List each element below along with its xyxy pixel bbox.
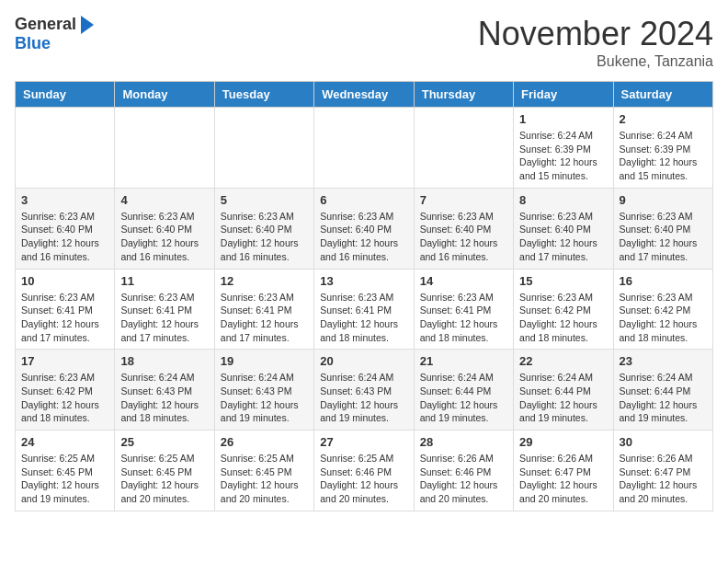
calendar-body: 1Sunrise: 6:24 AM Sunset: 6:39 PM Daylig… bbox=[16, 108, 713, 511]
day-info: Sunrise: 6:24 AM Sunset: 6:39 PM Dayligh… bbox=[620, 129, 707, 183]
calendar-cell: 9Sunrise: 6:23 AM Sunset: 6:40 PM Daylig… bbox=[613, 188, 712, 269]
day-info: Sunrise: 6:24 AM Sunset: 6:43 PM Dayligh… bbox=[120, 371, 208, 425]
calendar-cell: 16Sunrise: 6:23 AM Sunset: 6:42 PM Dayli… bbox=[613, 269, 712, 350]
calendar-cell: 23Sunrise: 6:24 AM Sunset: 6:44 PM Dayli… bbox=[613, 350, 712, 431]
calendar-cell: 12Sunrise: 6:23 AM Sunset: 6:41 PM Dayli… bbox=[214, 269, 313, 350]
day-number: 3 bbox=[21, 193, 108, 207]
day-info: Sunrise: 6:25 AM Sunset: 6:45 PM Dayligh… bbox=[120, 452, 208, 506]
calendar-cell: 1Sunrise: 6:24 AM Sunset: 6:39 PM Daylig… bbox=[514, 108, 613, 189]
day-number: 23 bbox=[620, 354, 707, 368]
day-number: 4 bbox=[120, 193, 208, 207]
calendar-cell bbox=[414, 108, 513, 189]
calendar-cell: 15Sunrise: 6:23 AM Sunset: 6:42 PM Dayli… bbox=[514, 269, 613, 350]
day-number: 19 bbox=[221, 354, 308, 368]
calendar-cell: 4Sunrise: 6:23 AM Sunset: 6:40 PM Daylig… bbox=[115, 188, 214, 269]
calendar-cell: 29Sunrise: 6:26 AM Sunset: 6:47 PM Dayli… bbox=[514, 431, 613, 511]
calendar-cell: 3Sunrise: 6:23 AM Sunset: 6:40 PM Daylig… bbox=[16, 188, 115, 269]
calendar-header-friday: Friday bbox=[514, 82, 613, 108]
calendar-header-sunday: Sunday bbox=[16, 82, 115, 108]
day-info: Sunrise: 6:26 AM Sunset: 6:47 PM Dayligh… bbox=[519, 452, 607, 506]
day-info: Sunrise: 6:23 AM Sunset: 6:42 PM Dayligh… bbox=[21, 371, 108, 425]
day-info: Sunrise: 6:24 AM Sunset: 6:44 PM Dayligh… bbox=[420, 371, 507, 425]
day-info: Sunrise: 6:23 AM Sunset: 6:41 PM Dayligh… bbox=[420, 291, 507, 345]
day-info: Sunrise: 6:24 AM Sunset: 6:43 PM Dayligh… bbox=[221, 371, 308, 425]
day-number: 13 bbox=[320, 274, 407, 288]
day-info: Sunrise: 6:23 AM Sunset: 6:40 PM Dayligh… bbox=[519, 210, 607, 264]
calendar-cell: 17Sunrise: 6:23 AM Sunset: 6:42 PM Dayli… bbox=[16, 350, 115, 431]
day-info: Sunrise: 6:24 AM Sunset: 6:44 PM Dayligh… bbox=[519, 371, 607, 425]
calendar-header-row: SundayMondayTuesdayWednesdayThursdayFrid… bbox=[16, 82, 713, 108]
calendar-cell: 30Sunrise: 6:26 AM Sunset: 6:47 PM Dayli… bbox=[613, 431, 712, 511]
calendar-cell bbox=[314, 108, 414, 189]
day-number: 10 bbox=[21, 274, 108, 288]
calendar-cell: 22Sunrise: 6:24 AM Sunset: 6:44 PM Dayli… bbox=[514, 350, 613, 431]
calendar-header-monday: Monday bbox=[115, 82, 214, 108]
day-info: Sunrise: 6:26 AM Sunset: 6:46 PM Dayligh… bbox=[420, 452, 507, 506]
day-number: 27 bbox=[320, 435, 407, 449]
calendar-week-row: 3Sunrise: 6:23 AM Sunset: 6:40 PM Daylig… bbox=[16, 188, 713, 269]
day-number: 17 bbox=[21, 354, 108, 368]
day-info: Sunrise: 6:23 AM Sunset: 6:40 PM Dayligh… bbox=[21, 210, 108, 264]
day-info: Sunrise: 6:23 AM Sunset: 6:41 PM Dayligh… bbox=[221, 291, 308, 345]
day-number: 5 bbox=[221, 193, 308, 207]
day-number: 20 bbox=[320, 354, 407, 368]
day-number: 6 bbox=[320, 193, 407, 207]
logo-general-text: General bbox=[15, 15, 76, 34]
day-number: 16 bbox=[620, 274, 707, 288]
calendar-cell: 14Sunrise: 6:23 AM Sunset: 6:41 PM Dayli… bbox=[414, 269, 513, 350]
calendar-cell: 21Sunrise: 6:24 AM Sunset: 6:44 PM Dayli… bbox=[414, 350, 513, 431]
day-info: Sunrise: 6:25 AM Sunset: 6:45 PM Dayligh… bbox=[21, 452, 108, 506]
calendar-cell: 7Sunrise: 6:23 AM Sunset: 6:40 PM Daylig… bbox=[414, 188, 513, 269]
calendar-cell: 20Sunrise: 6:24 AM Sunset: 6:43 PM Dayli… bbox=[314, 350, 414, 431]
day-number: 21 bbox=[420, 354, 507, 368]
calendar-table: SundayMondayTuesdayWednesdayThursdayFrid… bbox=[15, 81, 713, 511]
day-info: Sunrise: 6:25 AM Sunset: 6:46 PM Dayligh… bbox=[320, 452, 407, 506]
calendar-cell: 2Sunrise: 6:24 AM Sunset: 6:39 PM Daylig… bbox=[613, 108, 712, 189]
day-info: Sunrise: 6:23 AM Sunset: 6:41 PM Dayligh… bbox=[21, 291, 108, 345]
day-info: Sunrise: 6:24 AM Sunset: 6:43 PM Dayligh… bbox=[320, 371, 407, 425]
day-info: Sunrise: 6:23 AM Sunset: 6:41 PM Dayligh… bbox=[120, 291, 208, 345]
calendar-cell: 25Sunrise: 6:25 AM Sunset: 6:45 PM Dayli… bbox=[115, 431, 214, 511]
day-number: 18 bbox=[120, 354, 208, 368]
calendar-cell bbox=[115, 108, 214, 189]
day-number: 30 bbox=[620, 435, 707, 449]
day-number: 11 bbox=[120, 274, 208, 288]
day-info: Sunrise: 6:23 AM Sunset: 6:40 PM Dayligh… bbox=[221, 210, 308, 264]
calendar-header-saturday: Saturday bbox=[613, 82, 712, 108]
day-number: 1 bbox=[519, 112, 607, 126]
day-number: 29 bbox=[519, 435, 607, 449]
day-number: 24 bbox=[21, 435, 108, 449]
day-info: Sunrise: 6:23 AM Sunset: 6:40 PM Dayligh… bbox=[620, 210, 707, 264]
calendar-week-row: 17Sunrise: 6:23 AM Sunset: 6:42 PM Dayli… bbox=[16, 350, 713, 431]
day-number: 12 bbox=[221, 274, 308, 288]
calendar-cell: 27Sunrise: 6:25 AM Sunset: 6:46 PM Dayli… bbox=[314, 431, 414, 511]
day-info: Sunrise: 6:23 AM Sunset: 6:41 PM Dayligh… bbox=[320, 291, 407, 345]
logo-blue-text: Blue bbox=[15, 34, 51, 53]
calendar-cell: 19Sunrise: 6:24 AM Sunset: 6:43 PM Dayli… bbox=[214, 350, 313, 431]
day-info: Sunrise: 6:23 AM Sunset: 6:42 PM Dayligh… bbox=[620, 291, 707, 345]
day-number: 9 bbox=[620, 193, 707, 207]
calendar-cell bbox=[16, 108, 115, 189]
calendar-week-row: 10Sunrise: 6:23 AM Sunset: 6:41 PM Dayli… bbox=[16, 269, 713, 350]
calendar-header-wednesday: Wednesday bbox=[314, 82, 414, 108]
location: Bukene, Tanzania bbox=[478, 53, 713, 70]
day-number: 28 bbox=[420, 435, 507, 449]
calendar-week-row: 1Sunrise: 6:24 AM Sunset: 6:39 PM Daylig… bbox=[16, 108, 713, 189]
day-number: 14 bbox=[420, 274, 507, 288]
day-info: Sunrise: 6:23 AM Sunset: 6:40 PM Dayligh… bbox=[120, 210, 208, 264]
calendar-cell: 13Sunrise: 6:23 AM Sunset: 6:41 PM Dayli… bbox=[314, 269, 414, 350]
day-info: Sunrise: 6:24 AM Sunset: 6:44 PM Dayligh… bbox=[620, 371, 707, 425]
calendar-week-row: 24Sunrise: 6:25 AM Sunset: 6:45 PM Dayli… bbox=[16, 431, 713, 511]
day-info: Sunrise: 6:24 AM Sunset: 6:39 PM Dayligh… bbox=[519, 129, 607, 183]
calendar-cell: 5Sunrise: 6:23 AM Sunset: 6:40 PM Daylig… bbox=[214, 188, 313, 269]
calendar-cell: 28Sunrise: 6:26 AM Sunset: 6:46 PM Dayli… bbox=[414, 431, 513, 511]
calendar-cell: 11Sunrise: 6:23 AM Sunset: 6:41 PM Dayli… bbox=[115, 269, 214, 350]
day-number: 15 bbox=[519, 274, 607, 288]
day-number: 7 bbox=[420, 193, 507, 207]
day-number: 25 bbox=[120, 435, 208, 449]
day-info: Sunrise: 6:23 AM Sunset: 6:40 PM Dayligh… bbox=[320, 210, 407, 264]
calendar-cell: 6Sunrise: 6:23 AM Sunset: 6:40 PM Daylig… bbox=[314, 188, 414, 269]
calendar-header-thursday: Thursday bbox=[414, 82, 513, 108]
day-number: 8 bbox=[519, 193, 607, 207]
calendar-cell: 18Sunrise: 6:24 AM Sunset: 6:43 PM Dayli… bbox=[115, 350, 214, 431]
